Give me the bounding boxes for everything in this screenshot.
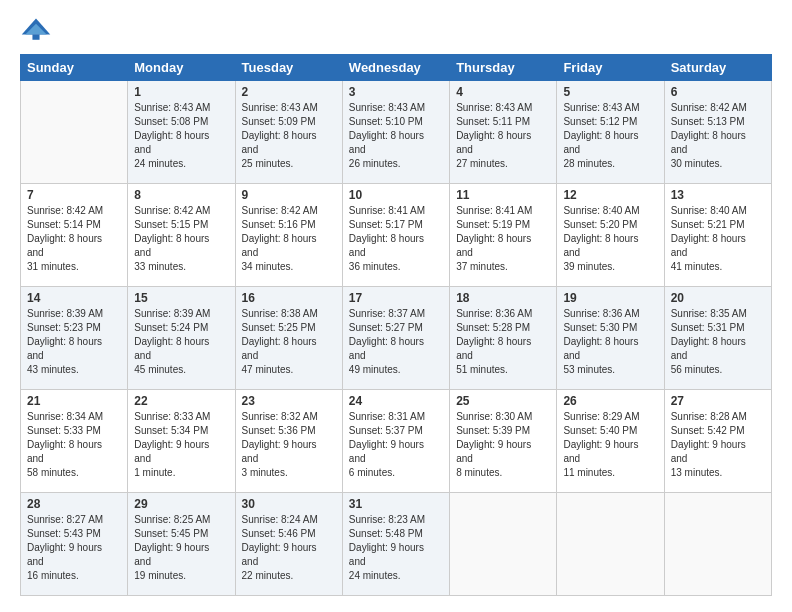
calendar-cell: 13 Sunrise: 8:40 AM Sunset: 5:21 PM Dayl…	[664, 184, 771, 287]
calendar-cell: 19 Sunrise: 8:36 AM Sunset: 5:30 PM Dayl…	[557, 287, 664, 390]
day-number: 28	[27, 497, 121, 511]
calendar-cell: 27 Sunrise: 8:28 AM Sunset: 5:42 PM Dayl…	[664, 390, 771, 493]
day-info: Sunrise: 8:29 AM Sunset: 5:40 PM Dayligh…	[563, 410, 657, 480]
day-info: Sunrise: 8:43 AM Sunset: 5:10 PM Dayligh…	[349, 101, 443, 171]
day-info: Sunrise: 8:43 AM Sunset: 5:12 PM Dayligh…	[563, 101, 657, 171]
calendar-cell: 1 Sunrise: 8:43 AM Sunset: 5:08 PM Dayli…	[128, 81, 235, 184]
day-number: 15	[134, 291, 228, 305]
calendar-cell: 3 Sunrise: 8:43 AM Sunset: 5:10 PM Dayli…	[342, 81, 449, 184]
calendar-table: SundayMondayTuesdayWednesdayThursdayFrid…	[20, 54, 772, 596]
calendar-cell	[21, 81, 128, 184]
day-info: Sunrise: 8:40 AM Sunset: 5:20 PM Dayligh…	[563, 204, 657, 274]
day-info: Sunrise: 8:43 AM Sunset: 5:09 PM Dayligh…	[242, 101, 336, 171]
day-info: Sunrise: 8:41 AM Sunset: 5:17 PM Dayligh…	[349, 204, 443, 274]
day-info: Sunrise: 8:35 AM Sunset: 5:31 PM Dayligh…	[671, 307, 765, 377]
weekday-header-monday: Monday	[128, 55, 235, 81]
logo	[20, 16, 56, 44]
day-info: Sunrise: 8:36 AM Sunset: 5:30 PM Dayligh…	[563, 307, 657, 377]
calendar-cell: 12 Sunrise: 8:40 AM Sunset: 5:20 PM Dayl…	[557, 184, 664, 287]
day-info: Sunrise: 8:42 AM Sunset: 5:14 PM Dayligh…	[27, 204, 121, 274]
day-number: 22	[134, 394, 228, 408]
day-number: 13	[671, 188, 765, 202]
weekday-header-row: SundayMondayTuesdayWednesdayThursdayFrid…	[21, 55, 772, 81]
day-number: 6	[671, 85, 765, 99]
day-number: 16	[242, 291, 336, 305]
calendar-cell: 16 Sunrise: 8:38 AM Sunset: 5:25 PM Dayl…	[235, 287, 342, 390]
calendar-cell: 29 Sunrise: 8:25 AM Sunset: 5:45 PM Dayl…	[128, 493, 235, 596]
day-number: 31	[349, 497, 443, 511]
weekday-header-friday: Friday	[557, 55, 664, 81]
week-row-0: 1 Sunrise: 8:43 AM Sunset: 5:08 PM Dayli…	[21, 81, 772, 184]
weekday-header-tuesday: Tuesday	[235, 55, 342, 81]
day-info: Sunrise: 8:42 AM Sunset: 5:13 PM Dayligh…	[671, 101, 765, 171]
calendar-cell: 26 Sunrise: 8:29 AM Sunset: 5:40 PM Dayl…	[557, 390, 664, 493]
day-number: 30	[242, 497, 336, 511]
day-number: 2	[242, 85, 336, 99]
day-info: Sunrise: 8:42 AM Sunset: 5:16 PM Dayligh…	[242, 204, 336, 274]
page: SundayMondayTuesdayWednesdayThursdayFrid…	[0, 0, 792, 612]
calendar-cell: 9 Sunrise: 8:42 AM Sunset: 5:16 PM Dayli…	[235, 184, 342, 287]
calendar-cell: 20 Sunrise: 8:35 AM Sunset: 5:31 PM Dayl…	[664, 287, 771, 390]
day-number: 12	[563, 188, 657, 202]
calendar-cell	[664, 493, 771, 596]
calendar-cell: 31 Sunrise: 8:23 AM Sunset: 5:48 PM Dayl…	[342, 493, 449, 596]
day-number: 29	[134, 497, 228, 511]
calendar-cell: 30 Sunrise: 8:24 AM Sunset: 5:46 PM Dayl…	[235, 493, 342, 596]
day-info: Sunrise: 8:43 AM Sunset: 5:11 PM Dayligh…	[456, 101, 550, 171]
day-number: 11	[456, 188, 550, 202]
calendar-cell: 18 Sunrise: 8:36 AM Sunset: 5:28 PM Dayl…	[450, 287, 557, 390]
day-number: 8	[134, 188, 228, 202]
week-row-4: 28 Sunrise: 8:27 AM Sunset: 5:43 PM Dayl…	[21, 493, 772, 596]
calendar-cell: 6 Sunrise: 8:42 AM Sunset: 5:13 PM Dayli…	[664, 81, 771, 184]
calendar-cell: 10 Sunrise: 8:41 AM Sunset: 5:17 PM Dayl…	[342, 184, 449, 287]
calendar-cell: 4 Sunrise: 8:43 AM Sunset: 5:11 PM Dayli…	[450, 81, 557, 184]
day-info: Sunrise: 8:27 AM Sunset: 5:43 PM Dayligh…	[27, 513, 121, 583]
day-info: Sunrise: 8:42 AM Sunset: 5:15 PM Dayligh…	[134, 204, 228, 274]
weekday-header-saturday: Saturday	[664, 55, 771, 81]
weekday-header-sunday: Sunday	[21, 55, 128, 81]
day-info: Sunrise: 8:34 AM Sunset: 5:33 PM Dayligh…	[27, 410, 121, 480]
day-number: 25	[456, 394, 550, 408]
day-info: Sunrise: 8:36 AM Sunset: 5:28 PM Dayligh…	[456, 307, 550, 377]
day-info: Sunrise: 8:37 AM Sunset: 5:27 PM Dayligh…	[349, 307, 443, 377]
day-number: 4	[456, 85, 550, 99]
day-number: 27	[671, 394, 765, 408]
day-number: 23	[242, 394, 336, 408]
calendar-cell: 15 Sunrise: 8:39 AM Sunset: 5:24 PM Dayl…	[128, 287, 235, 390]
day-number: 5	[563, 85, 657, 99]
day-info: Sunrise: 8:30 AM Sunset: 5:39 PM Dayligh…	[456, 410, 550, 480]
day-info: Sunrise: 8:28 AM Sunset: 5:42 PM Dayligh…	[671, 410, 765, 480]
day-info: Sunrise: 8:41 AM Sunset: 5:19 PM Dayligh…	[456, 204, 550, 274]
calendar-cell: 11 Sunrise: 8:41 AM Sunset: 5:19 PM Dayl…	[450, 184, 557, 287]
calendar-cell: 7 Sunrise: 8:42 AM Sunset: 5:14 PM Dayli…	[21, 184, 128, 287]
week-row-3: 21 Sunrise: 8:34 AM Sunset: 5:33 PM Dayl…	[21, 390, 772, 493]
day-info: Sunrise: 8:33 AM Sunset: 5:34 PM Dayligh…	[134, 410, 228, 480]
calendar-cell: 8 Sunrise: 8:42 AM Sunset: 5:15 PM Dayli…	[128, 184, 235, 287]
day-number: 1	[134, 85, 228, 99]
svg-rect-2	[32, 34, 39, 39]
day-number: 26	[563, 394, 657, 408]
calendar-cell: 23 Sunrise: 8:32 AM Sunset: 5:36 PM Dayl…	[235, 390, 342, 493]
day-number: 21	[27, 394, 121, 408]
day-number: 7	[27, 188, 121, 202]
calendar-cell: 21 Sunrise: 8:34 AM Sunset: 5:33 PM Dayl…	[21, 390, 128, 493]
day-info: Sunrise: 8:32 AM Sunset: 5:36 PM Dayligh…	[242, 410, 336, 480]
day-number: 9	[242, 188, 336, 202]
day-info: Sunrise: 8:31 AM Sunset: 5:37 PM Dayligh…	[349, 410, 443, 480]
day-number: 19	[563, 291, 657, 305]
calendar-cell	[557, 493, 664, 596]
day-info: Sunrise: 8:24 AM Sunset: 5:46 PM Dayligh…	[242, 513, 336, 583]
day-info: Sunrise: 8:43 AM Sunset: 5:08 PM Dayligh…	[134, 101, 228, 171]
week-row-1: 7 Sunrise: 8:42 AM Sunset: 5:14 PM Dayli…	[21, 184, 772, 287]
day-info: Sunrise: 8:39 AM Sunset: 5:23 PM Dayligh…	[27, 307, 121, 377]
day-info: Sunrise: 8:40 AM Sunset: 5:21 PM Dayligh…	[671, 204, 765, 274]
day-number: 20	[671, 291, 765, 305]
header	[20, 16, 772, 44]
day-info: Sunrise: 8:25 AM Sunset: 5:45 PM Dayligh…	[134, 513, 228, 583]
calendar-cell: 24 Sunrise: 8:31 AM Sunset: 5:37 PM Dayl…	[342, 390, 449, 493]
calendar-cell: 28 Sunrise: 8:27 AM Sunset: 5:43 PM Dayl…	[21, 493, 128, 596]
day-info: Sunrise: 8:38 AM Sunset: 5:25 PM Dayligh…	[242, 307, 336, 377]
day-number: 3	[349, 85, 443, 99]
calendar-cell: 22 Sunrise: 8:33 AM Sunset: 5:34 PM Dayl…	[128, 390, 235, 493]
calendar-cell	[450, 493, 557, 596]
